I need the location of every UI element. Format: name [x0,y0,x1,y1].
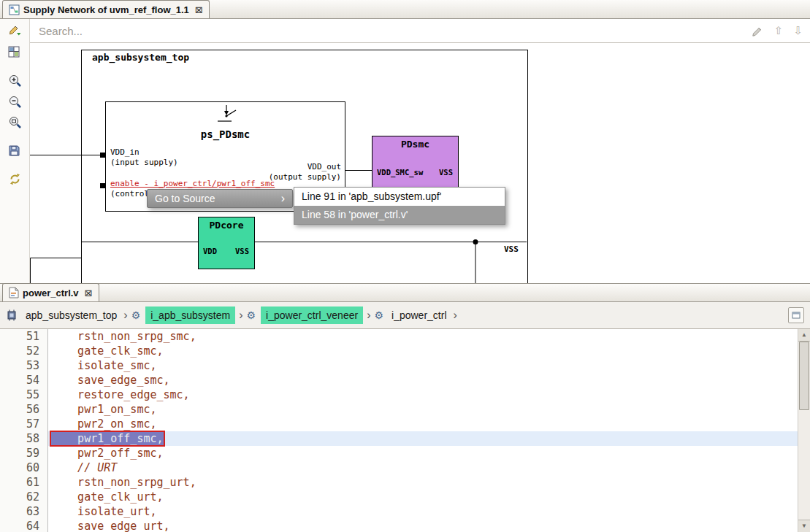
code-line-selected[interactable]: 58 pwr1_off_smc, [0,431,798,446]
line-number: 61 [0,475,48,490]
supply-network-view: Supply Network of uvm_ref_flow_1.1 ⊠ ⇧ [0,0,810,283]
chevron-right-icon: › [454,309,457,322]
menu-item-verilog-line[interactable]: Line 58 in 'power_ctrl.v' [294,206,505,224]
scroll-thumb[interactable] [799,342,809,410]
line-number: 52 [0,344,48,358]
breadcrumb: apb_subsystem_top › ⚙ i_apb_subsystem › … [0,302,810,329]
code-line[interactable]: 61 rstn_non_srpg_urt, [0,475,798,490]
line-text: rstn_non_srpg_urt, [48,475,798,490]
port-note: (output supply) [269,172,341,182]
line-text: save_edge_urt, [48,519,798,532]
line-number: 54 [0,373,48,388]
breadcrumb-item-i-apb-subsystem[interactable]: i_apb_subsystem [145,307,235,324]
tab-title: Supply Network of uvm_ref_flow_1.1 [23,4,189,15]
breadcrumb-item-i-power-ctrl-veneer[interactable]: i_power_ctrl_veneer [261,307,363,324]
code-line[interactable]: 56 pwr1_on_smc, [0,402,798,417]
source-editor-view: power_ctrl.v ⊠ apb_subsystem_top › ⚙ i_a… [0,283,810,532]
edit-icon[interactable] [8,23,23,37]
line-text: save_edge_smc, [48,373,798,388]
line-number: 59 [0,446,48,460]
line-number: 63 [0,504,48,519]
line-number: 56 [0,402,48,417]
line-number: 62 [0,490,48,504]
grid-icon[interactable] [8,46,23,61]
line-number: 57 [0,417,48,431]
code-line[interactable]: 59 pwr2_off_smc, [0,446,798,460]
breadcrumb-item-i-power-ctrl[interactable]: i_power_ctrl [389,307,449,324]
block-title: PDcore [199,220,254,231]
goto-source-submenu: Line 91 in 'apb_subsystem.upf' Line 58 i… [294,187,505,225]
menu-item-upf-line[interactable]: Line 91 in 'apb_subsystem.upf' [294,188,505,206]
supply-tabbar: Supply Network of uvm_ref_flow_1.1 ⊠ [0,0,810,19]
zoom-out-icon[interactable] [8,95,23,109]
scroll-down-icon[interactable]: ▼ [798,520,810,532]
search-prev-icon[interactable]: ⇧ [774,24,784,37]
menu-goto-source[interactable]: Go to Source › [147,189,293,208]
line-text: gate_clk_smc, [48,344,798,358]
vss-net-label: VSS [504,244,519,254]
code-line[interactable]: 52 gate_clk_smc, [0,344,798,358]
file-icon [9,287,19,298]
supply-diagram-canvas[interactable]: apb_subsystem_top ps_PDsmc VDD_in (input… [30,43,810,283]
search-input[interactable] [37,24,741,38]
scroll-up-icon[interactable]: ▲ [798,329,810,342]
chevron-right-icon: › [367,309,370,322]
line-text: isolate_urt, [48,504,798,519]
code-line[interactable]: 55 restore_edge_smc, [0,388,798,402]
line-text: pwr2_on_smc, [48,417,798,431]
line-number: 51 [0,329,48,344]
tab-power-ctrl[interactable]: power_ctrl.v ⊠ [2,283,99,301]
save-icon[interactable] [8,144,23,159]
zoom-fit-icon[interactable] [8,115,23,130]
line-number: 58 [0,431,48,446]
line-text: gate_clk_urt, [48,490,798,504]
block-title: apb_subsystem_top [92,52,189,63]
instance-gear-icon: ⚙ [374,309,383,321]
line-text: pwr1_on_smc, [48,402,798,417]
line-number: 64 [0,519,48,532]
port-vss: VSS [235,247,249,255]
line-text: restore_edge_smc, [48,388,798,402]
code-line[interactable]: 51 rstn_non_srpg_smc, [0,329,798,344]
search-next-icon[interactable]: ⇩ [793,24,803,37]
editor-scrollbar[interactable]: ▲ ▼ [798,329,810,532]
tab-supply-network[interactable]: Supply Network of uvm_ref_flow_1.1 ⊠ [2,0,210,18]
port-vdd: VDD [203,247,217,255]
code-line[interactable]: 54 save_edge_smc, [0,373,798,388]
line-number: 55 [0,388,48,402]
code-line[interactable]: 60 // URT [0,460,798,475]
code-line[interactable]: 62 gate_clk_urt, [0,490,798,504]
close-icon[interactable]: ⊠ [195,4,203,15]
block-pdcore[interactable]: PDcore VDD VSS [198,217,255,269]
diagram-toolbar [0,19,30,283]
chevron-right-icon: › [123,309,127,322]
line-text: pwr2_off_smc, [48,446,798,460]
menu-label: Go to Source [155,193,281,204]
code-line[interactable]: 53 isolate_smc, [0,358,798,373]
code-line[interactable]: 63 isolate_urt, [0,504,798,519]
highlighted-token: pwr1_off_smc, [51,432,164,445]
code-line[interactable]: 57 pwr2_on_smc, [0,417,798,431]
code-line[interactable]: 64 save_edge_urt, [0,519,798,532]
highlighter-icon[interactable] [752,25,764,37]
line-number: 60 [0,460,48,475]
breadcrumb-toggle-button[interactable] [788,307,804,323]
port-note: (input supply) [110,158,178,167]
line-number: 53 [0,358,48,373]
chevron-right-icon: › [239,309,242,322]
zoom-in-icon[interactable] [8,74,23,88]
line-text-comment: // URT [48,460,798,475]
search-bar: ⇧ ⇩ [30,19,810,43]
tab-title: power_ctrl.v [23,288,79,298]
instance-gear-icon: ⚙ [131,309,141,321]
refresh-icon[interactable] [8,172,23,187]
power-switch-icon [214,104,239,129]
instance-gear-icon: ⚙ [246,309,256,321]
breadcrumb-item-apb-subsystem-top[interactable]: apb_subsystem_top [23,307,120,324]
block-pdsmc[interactable]: PDsmc VDD_SMC_sw VSS [372,136,459,191]
enable-control-link[interactable]: enable - i_power_ctrl/pwr1_off_smc [110,179,275,188]
port-vdd-out: VDD_out [307,162,341,171]
close-icon[interactable]: ⊠ [85,288,93,298]
code-editor[interactable]: 51 rstn_non_srpg_smc, 52 gate_clk_smc, 5… [0,329,810,532]
port-vdd-in: VDD_in [110,147,140,157]
